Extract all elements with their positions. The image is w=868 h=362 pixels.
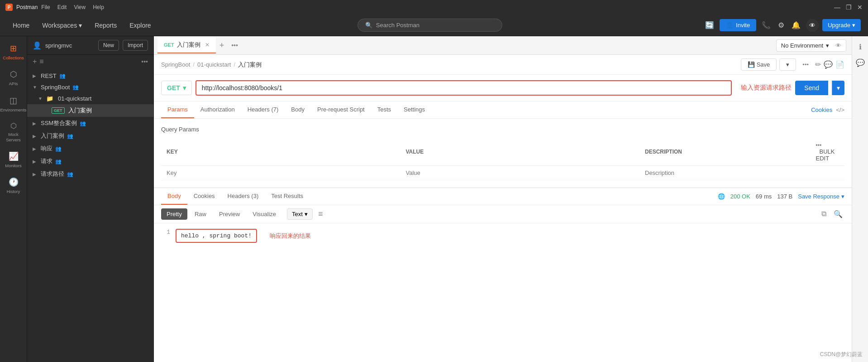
search-response-icon[interactable]: 🔍 — [832, 208, 844, 220]
req-tab-headers[interactable]: Headers (7) — [241, 101, 285, 118]
nav-reports[interactable]: Reports — [89, 19, 122, 32]
breadcrumb-part-2[interactable]: 01-quickstart — [197, 61, 231, 68]
nav-workspaces[interactable]: Workspaces ▾ — [37, 19, 87, 32]
titlebar-left: P Postman File Edit View Help — [5, 4, 104, 11]
env-label: No Environment — [781, 42, 823, 49]
import-button[interactable]: Import — [123, 40, 148, 51]
sidebar-item-apis[interactable]: ⬡ APIs — [2, 66, 25, 90]
req-tab-body[interactable]: Body — [285, 101, 311, 118]
sort-icon[interactable]: ≡ — [39, 58, 43, 66]
req-tab-authorization[interactable]: Authorization — [194, 101, 241, 118]
tree-item-rumen-group[interactable]: ▶ 入门案例 👥 — [27, 130, 153, 142]
tree-item-rest[interactable]: ▶ REST 👥 — [27, 70, 153, 82]
nav-workspaces-label: Workspaces — [42, 22, 77, 29]
add-tab-button[interactable]: + — [216, 41, 228, 50]
send-dropdown-button[interactable]: ▾ — [832, 81, 844, 95]
fmt-tab-pretty[interactable]: Pretty — [161, 208, 187, 220]
cookies-link[interactable]: Cookies — [811, 106, 832, 113]
tab-close-button[interactable]: ✕ — [205, 42, 210, 48]
maximize-button[interactable]: ❐ — [846, 4, 852, 11]
sidebar-item-collections[interactable]: ⊞ Collections — [2, 40, 25, 64]
sidebar-item-history[interactable]: 🕐 History — [2, 174, 25, 198]
send-button[interactable]: Send — [795, 81, 828, 95]
req-tab-params[interactable]: Params — [161, 101, 194, 118]
window-controls: — ❐ ✕ — [834, 4, 863, 11]
tree-item-springboot[interactable]: ▼ SpringBoot 👥 — [27, 82, 153, 93]
doc-icon[interactable]: 📄 — [835, 60, 844, 69]
breadcrumb-sep-2: / — [234, 61, 235, 68]
url-input[interactable] — [196, 80, 732, 96]
breadcrumb-actions: 💾 Save ▾ ••• ✏ 💬 📄 — [741, 58, 844, 71]
save-dropdown-button[interactable]: ▾ — [779, 58, 796, 71]
value-input[interactable] — [406, 169, 634, 176]
fmt-tab-preview[interactable]: Preview — [214, 208, 245, 220]
minimize-button[interactable]: — — [834, 4, 840, 11]
method-select[interactable]: GET ▾ — [161, 81, 192, 95]
new-button[interactable]: New — [98, 40, 119, 51]
right-info-icon[interactable]: ℹ — [856, 40, 864, 54]
save-response-button[interactable]: Save Response ▾ — [798, 193, 844, 200]
sidebar-item-mock-servers[interactable]: ⬡ Mock Servers — [2, 118, 25, 146]
actions-column-header: ••• Bulk Edit — [811, 138, 845, 166]
phone-icon[interactable]: 📞 — [760, 19, 773, 31]
code-link[interactable]: </> — [836, 106, 844, 113]
nav-home-label: Home — [13, 22, 29, 29]
tree-item-ssm[interactable]: ▶ SSM整合案例 👥 — [27, 117, 153, 130]
resp-tab-headers[interactable]: Headers (3) — [221, 188, 265, 205]
search-box[interactable]: 🔍 Search Postman — [358, 19, 502, 32]
tree-item-rumen[interactable]: GET 入门案例 — [27, 104, 153, 117]
bell-icon[interactable]: 🔔 — [790, 19, 802, 31]
breadcrumb-part-1[interactable]: SpringBoot — [161, 61, 190, 68]
nav-explore[interactable]: Explore — [124, 19, 156, 32]
key-input[interactable] — [167, 169, 395, 176]
resp-tab-cookies[interactable]: Cookies — [187, 188, 221, 205]
description-input[interactable] — [645, 169, 805, 176]
bulk-edit-button[interactable]: Bulk Edit — [816, 148, 835, 162]
add-collection-icon[interactable]: + — [33, 58, 37, 66]
sort-response-icon[interactable]: ≡ — [318, 209, 323, 219]
upgrade-button[interactable]: Upgrade ▾ — [822, 19, 861, 31]
req-tab-tests[interactable]: Tests — [371, 101, 397, 118]
menu-view[interactable]: View — [74, 4, 86, 10]
avatar-icon: 👁 — [809, 22, 816, 29]
request-line: GET ▾ 输入资源请求路径 Send ▾ — [154, 75, 852, 101]
xiangying-label: 响应 — [41, 145, 52, 153]
invite-user-icon: 👤 — [726, 22, 733, 29]
more-tabs-button[interactable]: ••• — [228, 42, 242, 49]
menu-help[interactable]: Help — [93, 4, 104, 10]
comment-icon[interactable]: 💬 — [824, 60, 833, 69]
more-actions-button[interactable]: ••• — [799, 59, 812, 70]
menu-edit[interactable]: Edit — [57, 4, 67, 10]
fmt-tab-visualize[interactable]: Visualize — [247, 208, 281, 220]
tree-item-qingqiu-lujing[interactable]: ▶ 请求路径 👥 — [27, 168, 153, 180]
settings-icon[interactable]: ⚙ — [776, 19, 786, 31]
rumen-label: 入门案例 — [68, 106, 92, 115]
copy-icon[interactable]: ⧉ — [820, 208, 828, 220]
tab-rumen[interactable]: GET 入门案例 ✕ — [157, 37, 216, 53]
req-tab-settings[interactable]: Settings — [397, 101, 431, 118]
invite-button[interactable]: 👤 Invite — [720, 19, 756, 31]
edit-icon[interactable]: ✏ — [815, 60, 821, 69]
response-size: 137 B — [777, 193, 792, 200]
right-comment-icon[interactable]: 💬 — [853, 56, 868, 70]
upgrade-label: Upgrade — [828, 22, 850, 29]
sidebar-item-monitors[interactable]: 📈 Monitors — [2, 148, 25, 172]
params-tab-label: Params — [167, 106, 188, 113]
fmt-tab-raw[interactable]: Raw — [189, 208, 212, 220]
tree-item-01quickstart[interactable]: ▼ 📁 01-quickstart — [27, 93, 153, 104]
tree-item-qingqiu[interactable]: ▶ 请求 👥 — [27, 155, 153, 168]
nav-home[interactable]: Home — [7, 19, 35, 32]
avatar[interactable]: 👁 — [806, 19, 819, 32]
close-button[interactable]: ✕ — [857, 4, 863, 11]
resp-tab-body[interactable]: Body — [161, 188, 187, 205]
env-selector[interactable]: No Environment ▾ 👁 — [776, 39, 846, 52]
resp-tab-test-results[interactable]: Test Results — [265, 188, 310, 205]
menu-file[interactable]: File — [41, 4, 50, 10]
sync-icon[interactable]: 🔄 — [703, 19, 716, 31]
format-type-selector[interactable]: Text ▾ — [287, 208, 313, 220]
save-button[interactable]: 💾 Save — [741, 58, 777, 71]
req-tab-prerequest[interactable]: Pre-request Script — [311, 101, 371, 118]
sidebar-item-environments[interactable]: ◫ Environments — [2, 92, 25, 116]
more-icon[interactable]: ••• — [141, 58, 148, 65]
tree-item-xiangying[interactable]: ▶ 响应 👥 — [27, 142, 153, 155]
